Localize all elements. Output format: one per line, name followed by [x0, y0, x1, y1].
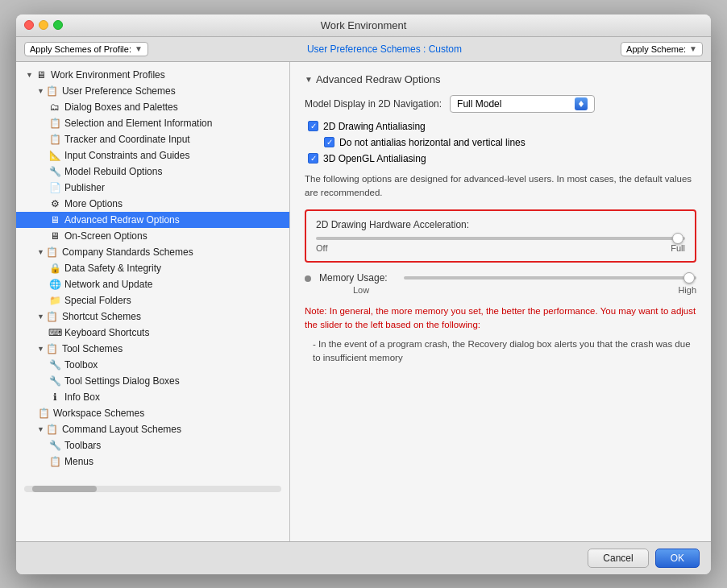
- sidebar-item-user-pref-schemes[interactable]: 📋 User Preference Schemes: [16, 83, 289, 99]
- scrollbar-track[interactable]: [24, 486, 281, 492]
- sidebar-item-info-box[interactable]: ℹ Info Box: [16, 389, 289, 405]
- sidebar-item-publisher[interactable]: 📄 Publisher: [16, 180, 289, 196]
- checkbox-label: 2D Drawing Antialiasing: [323, 121, 426, 132]
- safety-icon: 🔒: [48, 262, 61, 275]
- toolbox-icon: 🔧: [48, 358, 61, 371]
- sidebar-label: Input Constraints and Guides: [64, 150, 189, 161]
- svg-marker-1: [579, 104, 584, 107]
- bottom-bar: Cancel OK: [16, 541, 711, 574]
- sidebar-item-toolbars[interactable]: 🔧 Toolbars: [16, 437, 289, 453]
- tool-schemes-icon: 📋: [46, 342, 59, 355]
- memory-slider-labels: Low High: [305, 285, 696, 295]
- sidebar-item-menus[interactable]: 📋 Menus: [16, 453, 289, 470]
- info-box-icon: ℹ: [48, 391, 61, 404]
- sidebar-item-special-folders[interactable]: 📁 Special Folders: [16, 292, 289, 308]
- triangle-icon: [37, 345, 44, 353]
- sidebar-item-tool-schemes[interactable]: 📋 Tool Schemes: [16, 341, 289, 357]
- hardware-acceleration-section: 2D Drawing Hardware Acceleration: Off Fu…: [305, 209, 696, 263]
- keyboard-icon: ⌨: [48, 326, 61, 339]
- sidebar-item-company-standards[interactable]: 📋 Company Standards Schemes: [16, 244, 289, 260]
- company-icon: 📋: [46, 246, 59, 259]
- sidebar-label: Tracker and Coordinate Input: [64, 134, 190, 145]
- sidebar-label: Network and Update: [64, 279, 152, 290]
- close-button[interactable]: [24, 20, 34, 30]
- minimize-button[interactable]: [39, 20, 48, 30]
- more-options-icon: ⚙: [48, 197, 61, 210]
- sidebar-label: Company Standards Schemes: [62, 246, 193, 258]
- model-display-dropdown[interactable]: Full Model: [450, 95, 595, 113]
- sidebar-item-dialog-boxes[interactable]: 🗂 Dialog Boxes and Palettes: [16, 99, 289, 115]
- maximize-button[interactable]: [53, 20, 63, 30]
- rebuild-icon: 🔧: [48, 165, 61, 178]
- sidebar-label: Publisher: [64, 182, 105, 193]
- menus-icon: 📋: [48, 455, 61, 468]
- sidebar-label: Tool Schemes: [62, 343, 123, 354]
- shortcut-schemes-icon: 📋: [46, 310, 59, 323]
- cancel-button[interactable]: Cancel: [588, 549, 648, 568]
- sidebar-label: Toolbox: [64, 359, 98, 371]
- checkbox-2d-antialiasing[interactable]: ✓ 2D Drawing Antialiasing: [305, 121, 696, 132]
- memory-indicator: [305, 275, 311, 282]
- sidebar-label: Workspace Schemes: [53, 408, 144, 419]
- sidebar-label: User Preference Schemes: [62, 85, 176, 97]
- sidebar-item-keyboard-shortcuts[interactable]: ⌨ Keyboard Shortcuts: [16, 325, 289, 341]
- triangle-icon: [26, 71, 33, 79]
- checkbox-label: 3D OpenGL Antialiasing: [323, 153, 426, 164]
- mem-max-label: High: [678, 285, 696, 295]
- sidebar-item-toolbox[interactable]: 🔧 Toolbox: [16, 357, 289, 373]
- memory-slider-track[interactable]: [404, 276, 696, 280]
- sidebar-item-more-options[interactable]: ⚙ More Options: [16, 196, 289, 212]
- hardware-slider-track[interactable]: [316, 237, 685, 240]
- sidebar: 🖥 Work Environment Profiles 📋 User Prefe…: [16, 62, 290, 541]
- sidebar-label: Menus: [64, 456, 93, 467]
- svg-marker-0: [579, 101, 584, 104]
- sidebar-label: Toolbars: [64, 440, 101, 451]
- sidebar-item-model-rebuild[interactable]: 🔧 Model Rebuild Options: [16, 164, 289, 180]
- sidebar-label: Data Safety & Integrity: [64, 263, 161, 274]
- checkbox-3d-opengl[interactable]: ✓ 3D OpenGL Antialiasing: [305, 153, 696, 164]
- sidebar-item-selection-element[interactable]: 📋 Selection and Element Information: [16, 115, 289, 131]
- model-display-label: Model Display in 2D Navigation:: [305, 98, 442, 110]
- ok-button[interactable]: OK: [655, 549, 700, 568]
- sidebar-item-command-layout[interactable]: 📋 Command Layout Schemes: [16, 421, 289, 437]
- sidebar-item-tracker-coord[interactable]: 📋 Tracker and Coordinate Input: [16, 131, 289, 147]
- sidebar-item-data-safety[interactable]: 🔒 Data Safety & Integrity: [16, 260, 289, 276]
- right-panel: ▼ Advanced Redraw Options Model Display …: [290, 62, 711, 541]
- apply-scheme-dropdown[interactable]: Apply Scheme: ▼: [621, 42, 703, 56]
- slider-max-label: Full: [671, 243, 685, 253]
- selection-icon: 📋: [48, 117, 61, 130]
- triangle-icon: [37, 425, 44, 433]
- mem-min-label: Low: [353, 285, 369, 295]
- sidebar-item-advanced-redraw[interactable]: 🖥 Advanced Redraw Options: [16, 212, 289, 228]
- sidebar-item-input-constraints[interactable]: 📐 Input Constraints and Guides: [16, 147, 289, 164]
- apply-schemes-dropdown[interactable]: Apply Schemes of Profile: ▼: [24, 42, 148, 56]
- publisher-icon: 📄: [48, 181, 61, 194]
- triangle-icon: [37, 313, 44, 321]
- scheme-label: User Preference Schemes : Custom: [155, 43, 614, 55]
- sidebar-item-tool-settings[interactable]: 🔧 Tool Settings Dialog Boxes: [16, 373, 289, 389]
- sidebar-item-work-env-profiles[interactable]: 🖥 Work Environment Profiles: [16, 67, 289, 83]
- checkbox-icon: ✓: [308, 153, 318, 164]
- sidebar-item-network-update[interactable]: 🌐 Network and Update: [16, 276, 289, 292]
- sidebar-label: Shortcut Schemes: [62, 311, 141, 322]
- sidebar-label: More Options: [64, 198, 123, 209]
- sidebar-label: Selection and Element Information: [64, 118, 212, 129]
- apply-schemes-arrow-icon: ▼: [135, 44, 143, 53]
- scheme-prefix: User Preference Schemes :: [307, 43, 429, 55]
- sidebar-item-workspace-schemes[interactable]: 📋 Workspace Schemes: [16, 405, 289, 421]
- sidebar-label: Tool Settings Dialog Boxes: [64, 375, 180, 387]
- traffic-lights: [24, 20, 63, 30]
- memory-label: Memory Usage:: [319, 272, 388, 284]
- sidebar-scrollbar-area: [16, 486, 289, 492]
- scrollbar-thumb[interactable]: [32, 486, 97, 492]
- sidebar-label: On-Screen Options: [64, 230, 147, 242]
- sidebar-label: Info Box: [64, 391, 100, 403]
- hardware-slider-thumb[interactable]: [672, 233, 683, 244]
- sidebar-item-on-screen-options[interactable]: 🖥 On-Screen Options: [16, 228, 289, 244]
- model-display-row: Model Display in 2D Navigation: Full Mod…: [305, 95, 696, 113]
- memory-slider-thumb[interactable]: [683, 272, 695, 284]
- slider-min-label: Off: [316, 243, 327, 253]
- section-triangle-icon: ▼: [305, 75, 313, 84]
- sidebar-item-shortcut-schemes[interactable]: 📋 Shortcut Schemes: [16, 308, 289, 325]
- checkbox-no-antialias[interactable]: ✓ Do not antialias horizontal and vertic…: [305, 137, 696, 148]
